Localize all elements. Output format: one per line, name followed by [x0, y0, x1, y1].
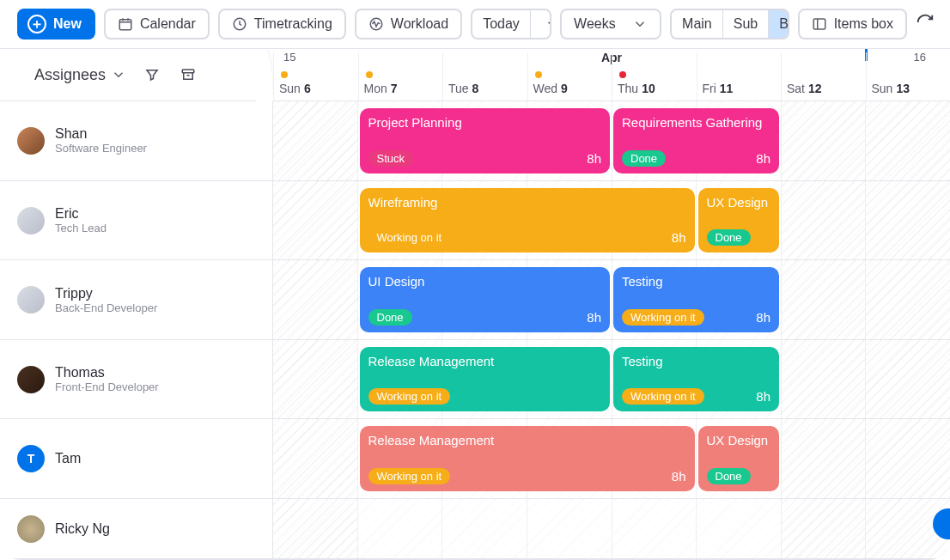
assignee-cell[interactable]: TTam — [0, 419, 273, 498]
lane-cell — [612, 499, 697, 558]
lane-cell — [781, 260, 866, 339]
day-header-cell[interactable]: Sat12 — [781, 52, 866, 100]
day-header-cell[interactable]: Mon7 — [358, 52, 443, 100]
assignee-row: TrippyBack-End DeveloperUI DesignDone8hT… — [0, 260, 950, 340]
task-hours: 8h — [756, 310, 770, 325]
calendar-button-label: Calendar — [140, 16, 196, 32]
lane-cell — [781, 340, 866, 419]
day-status-dot — [535, 71, 542, 78]
refresh-icon — [916, 13, 935, 32]
task-title: Project Planning — [368, 115, 602, 130]
day-status-dot — [281, 71, 288, 78]
task-status-pill: Stuck — [368, 150, 414, 167]
task-bar[interactable]: TestingWorking on it8h — [613, 267, 779, 332]
assignee-lane[interactable]: WireframingWorking on it8hUX DesignDone — [273, 181, 950, 260]
lane-cell — [357, 499, 442, 558]
lane-cell — [273, 419, 357, 498]
today-dropdown[interactable] — [530, 10, 551, 38]
items-box-button[interactable]: Items box — [798, 9, 907, 40]
assignee-lane[interactable]: UI DesignDone8hTestingWorking on it8h — [273, 260, 950, 339]
new-button-label: New — [53, 16, 82, 32]
assignee-name: Shan — [55, 126, 147, 142]
task-status-pill: Working on it — [368, 468, 451, 484]
plus-icon: ＋ — [27, 15, 46, 33]
assignee-lane[interactable]: Release ManagementWorking on itTestingWo… — [273, 340, 950, 419]
view-main-button[interactable]: Main — [672, 10, 722, 38]
chevron-down-icon — [632, 16, 648, 32]
assignee-lane[interactable]: Project PlanningStuck8hRequirements Gath… — [273, 101, 950, 180]
task-bar[interactable]: Release ManagementWorking on it — [360, 347, 611, 412]
assignee-lane[interactable]: Release ManagementWorking on it8hUX Desi… — [273, 419, 950, 498]
assignee-row: Ricky Ng — [0, 499, 950, 559]
day-status-dot — [366, 71, 373, 78]
avatar — [17, 366, 45, 393]
filter-icon — [144, 67, 160, 82]
task-status-pill: Done — [368, 309, 412, 326]
new-button[interactable]: ＋ New — [17, 9, 95, 40]
avatar — [17, 286, 45, 313]
view-both-button[interactable]: Both — [768, 10, 789, 38]
assignee-cell[interactable]: ShanSoftware Engineer — [0, 101, 273, 180]
assignee-row: ThomasFront-End DeveloperRelease Managem… — [0, 340, 950, 420]
task-title: Requirements Gathering — [622, 115, 770, 130]
chevron-down-icon — [545, 16, 551, 32]
assignee-row: ShanSoftware EngineerProject PlanningStu… — [0, 101, 950, 181]
assignee-name: Thomas — [55, 365, 159, 380]
task-title: UX Design — [707, 195, 771, 210]
task-status-pill: Working on it — [368, 388, 451, 405]
avatar: T — [17, 445, 45, 472]
task-bar[interactable]: Requirements GatheringDone8h — [613, 108, 779, 173]
assignee-cell[interactable]: ThomasFront-End Developer — [0, 340, 273, 419]
workload-button[interactable]: Workload — [355, 9, 462, 40]
lane-cell — [442, 499, 527, 558]
day-header-cell[interactable]: Thu10 — [612, 52, 697, 100]
refresh-button[interactable] — [916, 13, 935, 35]
timetracking-button[interactable]: Timetracking — [218, 9, 346, 40]
assignee-role: Back-End Developer — [55, 301, 157, 314]
day-header-cell[interactable]: Tue8 — [442, 52, 527, 100]
assignee-row: TTamRelease ManagementWorking on it8hUX … — [0, 419, 950, 499]
lane-cell — [273, 340, 357, 419]
toolbar: ＋ New Calendar Timetracking Workload Tod… — [0, 0, 950, 48]
assignee-cell[interactable]: EricTech Lead — [0, 181, 273, 260]
filter-button[interactable] — [142, 64, 162, 85]
lane-cell — [781, 101, 866, 180]
clock-icon — [232, 16, 247, 32]
assignee-cell[interactable]: Ricky Ng — [0, 499, 273, 558]
task-bar[interactable]: Release ManagementWorking on it8h — [360, 426, 695, 491]
task-bar[interactable]: TestingWorking on it8h — [613, 347, 779, 412]
chevron-down-icon — [111, 67, 126, 82]
assignees-dropdown[interactable]: Assignees — [34, 66, 126, 84]
today-button[interactable]: Today — [472, 10, 530, 38]
task-bar[interactable]: Project PlanningStuck8h — [360, 108, 611, 173]
items-box-label: Items box — [834, 16, 893, 32]
avatar — [17, 127, 45, 155]
lane-cell — [527, 499, 612, 558]
task-hours: 8h — [672, 230, 686, 245]
range-select-label: Weeks — [574, 16, 616, 32]
task-bar[interactable]: UI DesignDone8h — [360, 267, 611, 332]
assignee-cell[interactable]: TrippyBack-End Developer — [0, 260, 273, 339]
day-status-dot — [619, 71, 626, 78]
header-row: Assignees 15Apr16Sun6Mon7Tue8Wed9Thu10Fr… — [0, 49, 950, 101]
task-bar[interactable]: UX DesignDone — [698, 426, 780, 491]
layout-icon — [812, 16, 827, 32]
view-sub-button[interactable]: Sub — [722, 10, 768, 38]
calendar-icon — [118, 16, 133, 32]
calendar-button[interactable]: Calendar — [104, 9, 210, 40]
task-bar[interactable]: WireframingWorking on it8h — [360, 188, 695, 253]
avatar — [17, 515, 45, 543]
range-select[interactable]: Weeks — [560, 9, 661, 40]
assignee-lane[interactable] — [273, 499, 950, 558]
assignee-name: Eric — [55, 206, 107, 222]
day-header-cell[interactable]: Fri11 — [697, 52, 782, 100]
assignee-role: Front-End Developer — [55, 380, 159, 393]
task-bar[interactable]: UX DesignDone — [698, 188, 780, 253]
task-title: Release Management — [368, 433, 686, 447]
day-header-cell[interactable]: Sun6 — [273, 52, 358, 100]
archive-button[interactable] — [178, 64, 198, 85]
day-header-cell[interactable]: Wed9 — [527, 52, 612, 100]
task-status-pill: Done — [707, 468, 751, 484]
day-header-cell[interactable]: Sun13 — [866, 52, 951, 100]
task-hours: 8h — [756, 151, 770, 166]
